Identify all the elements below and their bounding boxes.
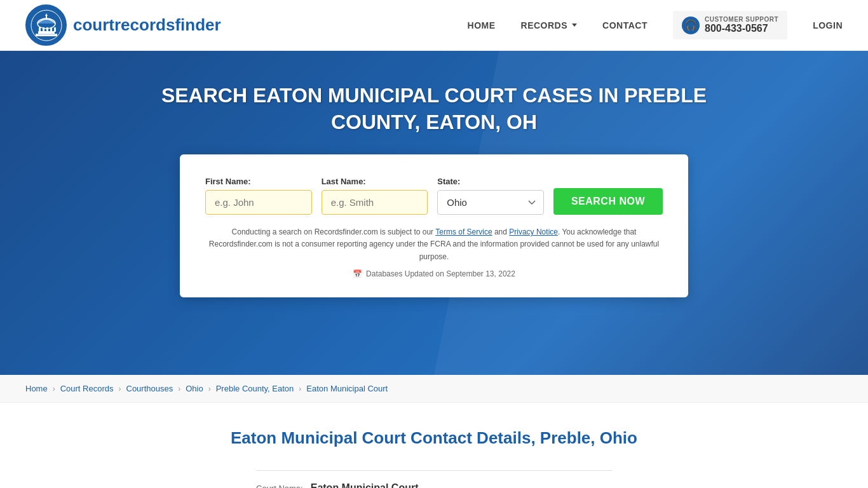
- first-name-field-group: First Name:: [205, 177, 312, 215]
- breadcrumb-current: Eaton Municipal Court: [306, 384, 388, 393]
- hero-title: SEARCH EATON MUNICIPAL COURT CASES IN PR…: [148, 83, 720, 135]
- records-chevron-icon: [572, 24, 577, 27]
- breadcrumb-sep-4: ›: [208, 384, 211, 393]
- first-name-label: First Name:: [205, 177, 312, 186]
- search-button[interactable]: SEARCH NOW: [553, 188, 663, 215]
- first-name-input[interactable]: [205, 190, 312, 215]
- privacy-link[interactable]: Privacy Notice: [509, 227, 558, 236]
- nav-contact[interactable]: CONTACT: [602, 20, 648, 30]
- svg-rect-6: [46, 27, 48, 32]
- breadcrumb: Home › Court Records › Courthouses › Ohi…: [0, 375, 868, 403]
- state-label: State:: [437, 177, 544, 186]
- svg-rect-3: [37, 34, 56, 35]
- breadcrumb-sep-3: ›: [178, 384, 180, 393]
- last-name-label: Last Name:: [322, 177, 428, 186]
- db-updated: 📅 Databases Updated on September 13, 202…: [205, 269, 663, 278]
- logo-icon: [25, 4, 67, 46]
- search-disclaimer: Conducting a search on Recordsfinder.com…: [205, 226, 663, 263]
- main-content: Eaton Municipal Court Contact Details, P…: [0, 403, 868, 488]
- support-label: CUSTOMER SUPPORT: [705, 16, 778, 23]
- site-header: courtrecordsfinder HOME RECORDS CONTACT …: [0, 0, 868, 51]
- last-name-field-group: Last Name:: [322, 177, 428, 215]
- main-nav: HOME RECORDS CONTACT 🎧 CUSTOMER SUPPORT …: [468, 11, 843, 39]
- breadcrumb-sep-1: ›: [53, 384, 55, 393]
- svg-point-12: [45, 18, 47, 20]
- headset-icon: 🎧: [682, 17, 700, 34]
- breadcrumb-sep-5: ›: [299, 384, 301, 393]
- calendar-icon: 📅: [353, 269, 362, 278]
- search-box: First Name: Last Name: State: Ohio Alaba…: [180, 154, 688, 297]
- logo-text: courtrecordsfinder: [73, 15, 221, 35]
- support-phone: 800-433-0567: [705, 23, 778, 34]
- breadcrumb-sep-2: ›: [119, 384, 121, 393]
- breadcrumb-court-records[interactable]: Court Records: [60, 384, 114, 393]
- breadcrumb-ohio[interactable]: Ohio: [186, 384, 203, 393]
- support-box[interactable]: 🎧 CUSTOMER SUPPORT 800-433-0567: [673, 11, 787, 39]
- nav-records[interactable]: RECORDS: [521, 20, 578, 30]
- nav-login[interactable]: LOGIN: [813, 20, 843, 30]
- tos-link[interactable]: Terms of Service: [435, 227, 492, 236]
- support-text: CUSTOMER SUPPORT 800-433-0567: [705, 16, 778, 34]
- court-name-row: Court Name: Eaton Municipal Court: [256, 470, 612, 488]
- court-name-label: Court Name:: [256, 484, 303, 488]
- breadcrumb-home[interactable]: Home: [25, 384, 48, 393]
- logo-area[interactable]: courtrecordsfinder: [25, 4, 221, 46]
- svg-rect-8: [54, 27, 56, 32]
- svg-rect-4: [39, 27, 41, 32]
- breadcrumb-preble-county[interactable]: Preble County, Eaton: [216, 384, 294, 393]
- hero-section: SEARCH EATON MUNICIPAL COURT CASES IN PR…: [0, 51, 868, 375]
- content-title: Eaton Municipal Court Contact Details, P…: [51, 428, 817, 448]
- last-name-input[interactable]: [322, 190, 428, 215]
- state-field-group: State: Ohio Alabama Alaska Arizona Calif…: [437, 177, 544, 215]
- state-select[interactable]: Ohio Alabama Alaska Arizona California C…: [437, 190, 544, 215]
- nav-home[interactable]: HOME: [468, 20, 496, 30]
- breadcrumb-courthouses[interactable]: Courthouses: [126, 384, 173, 393]
- court-name-value: Eaton Municipal Court: [311, 482, 419, 488]
- info-table: Court Name: Eaton Municipal Court State:…: [256, 470, 612, 488]
- search-fields: First Name: Last Name: State: Ohio Alaba…: [205, 177, 663, 215]
